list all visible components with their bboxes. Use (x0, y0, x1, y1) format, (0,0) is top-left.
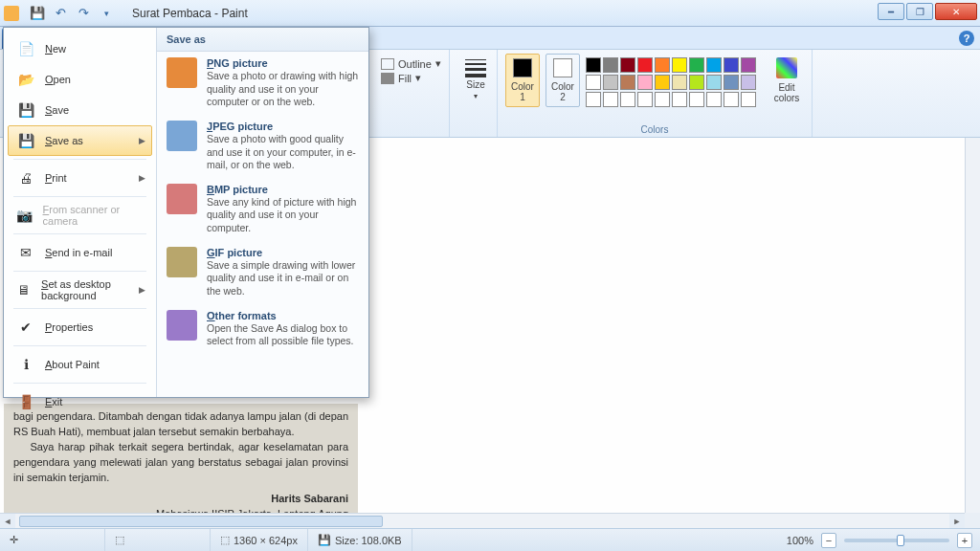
palette-color[interactable] (706, 57, 722, 73)
saveas-icon: 💾 (16, 131, 35, 150)
outline-option[interactable]: Outline ▾ (381, 57, 441, 70)
palette-color[interactable] (724, 92, 739, 107)
menu-item-label: Send in e-mail (45, 247, 112, 258)
palette-color[interactable] (620, 57, 635, 73)
zoom-in-button[interactable]: + (957, 533, 972, 548)
group-label-colors: Colors (498, 124, 812, 135)
submenu-arrow-icon: ▶ (139, 173, 145, 183)
exit-icon: 🚪 (16, 392, 35, 411)
menu-item-saveas[interactable]: 💾Save as▶ (8, 125, 152, 156)
palette-color[interactable] (586, 92, 601, 107)
fmt-bmp-icon (167, 184, 197, 214)
email-icon: ✉ (16, 243, 35, 262)
menu-item-props[interactable]: ✔Properties (8, 312, 152, 342)
desktop-icon: 🖥 (16, 280, 32, 299)
format-title: JPEG picture (207, 121, 359, 132)
palette-color[interactable] (586, 57, 601, 73)
vertical-scrollbar[interactable] (965, 138, 980, 513)
palette-color[interactable] (620, 92, 635, 107)
palette-color[interactable] (672, 92, 687, 107)
palette-color[interactable] (655, 57, 670, 73)
palette-color[interactable] (741, 92, 756, 107)
palette-color[interactable] (706, 75, 722, 90)
menu-item-label: Open (45, 74, 71, 85)
palette-color[interactable] (689, 75, 704, 90)
palette-color[interactable] (637, 75, 653, 90)
about-icon: ℹ (16, 355, 35, 374)
edit-colors-button[interactable]: Edit colors (769, 54, 804, 103)
menu-item-label: Set as desktop background (41, 278, 144, 301)
palette-color[interactable] (637, 57, 653, 73)
palette-color[interactable] (603, 92, 618, 107)
size-button[interactable]: Size▾ (457, 54, 494, 100)
menu-item-label: Save (45, 104, 69, 116)
app-icon (4, 6, 19, 21)
canvas-dims: ⬚ 1360 × 624px (211, 529, 308, 551)
qat-save[interactable]: 💾 (27, 4, 48, 23)
format-bmp[interactable]: BMP pictureSave any kind of picture with… (157, 178, 368, 241)
menu-item-email[interactable]: ✉Send in e-mail (8, 237, 152, 268)
horizontal-scrollbar[interactable]: ◄ ► (0, 513, 965, 528)
palette-color[interactable] (586, 75, 601, 90)
menu-item-label: About Paint (45, 359, 100, 370)
palette-color[interactable] (637, 92, 653, 107)
menu-item-save[interactable]: 💾Save (8, 95, 152, 125)
minimize-button[interactable]: ━ (878, 3, 904, 20)
menu-item-label: Save as (45, 135, 83, 146)
save-icon: 💾 (16, 100, 35, 120)
palette-color[interactable] (724, 75, 739, 90)
menu-item-new[interactable]: 📄New (8, 33, 152, 64)
menu-item-desktop[interactable]: 🖥Set as desktop background▶ (8, 275, 152, 305)
palette-color[interactable] (741, 57, 756, 73)
zoom-level: 100% (787, 535, 813, 546)
palette-color[interactable] (741, 75, 756, 90)
qat-customize[interactable]: ▾ (96, 4, 117, 23)
palette-color[interactable] (603, 75, 618, 90)
fmt-jpg-icon (167, 121, 197, 151)
palette-color[interactable] (603, 57, 618, 73)
menu-item-print[interactable]: 🖨Print▶ (8, 163, 152, 193)
qat-redo[interactable]: ↷ (73, 4, 94, 23)
palette-color[interactable] (724, 57, 739, 73)
palette-color[interactable] (672, 75, 687, 90)
selection-size: ⬚ (105, 529, 211, 551)
help-icon[interactable]: ? (959, 31, 974, 46)
submenu-arrow-icon: ▶ (139, 136, 145, 145)
color1-button[interactable]: Color 1 (505, 54, 540, 107)
fmt-png-icon (167, 57, 197, 88)
palette-color[interactable] (689, 57, 704, 73)
open-icon: 📂 (16, 70, 35, 89)
format-gif[interactable]: GIF pictureSave a simple drawing with lo… (157, 241, 368, 304)
format-desc: Save any kind of picture with high quali… (207, 196, 359, 235)
palette-color[interactable] (620, 75, 635, 90)
format-png[interactable]: PNG pictureSave a photo or drawing with … (157, 52, 368, 115)
menu-item-about[interactable]: ℹAbout Paint (8, 349, 152, 380)
palette-color[interactable] (655, 75, 670, 90)
submenu-header: Save as (157, 28, 368, 52)
palette-color[interactable] (689, 92, 704, 107)
menu-item-label: Exit (45, 396, 62, 408)
palette-color[interactable] (706, 92, 722, 107)
print-icon: 🖨 (16, 168, 35, 187)
format-jpg[interactable]: JPEG pictureSave a photo with good quali… (157, 115, 368, 178)
color2-button[interactable]: Color 2 (546, 54, 580, 107)
menu-item-open[interactable]: 📂Open (8, 64, 152, 95)
new-icon: 📄 (16, 39, 35, 58)
menu-item-label: Properties (45, 321, 93, 333)
close-button[interactable]: ✕ (935, 3, 977, 20)
zoom-out-button[interactable]: − (821, 533, 836, 548)
fmt-gif-icon (167, 247, 197, 277)
palette-color[interactable] (672, 57, 687, 73)
color-palette[interactable] (586, 54, 756, 107)
maximize-button[interactable]: ❐ (906, 3, 933, 20)
format-oth[interactable]: Other formatsOpen the Save As dialog box… (157, 304, 368, 354)
qat-undo[interactable]: ↶ (50, 4, 71, 23)
props-icon: ✔ (16, 318, 35, 337)
fill-option[interactable]: Fill ▾ (381, 72, 441, 84)
format-title: GIF picture (207, 247, 359, 258)
zoom-slider[interactable] (844, 539, 949, 542)
palette-color[interactable] (655, 92, 670, 107)
menu-item-exit[interactable]: 🚪Exit (8, 386, 152, 417)
format-desc: Save a simple drawing with lower quality… (207, 259, 359, 298)
menu-item-scanner: 📷From scanner or camera (8, 200, 152, 231)
